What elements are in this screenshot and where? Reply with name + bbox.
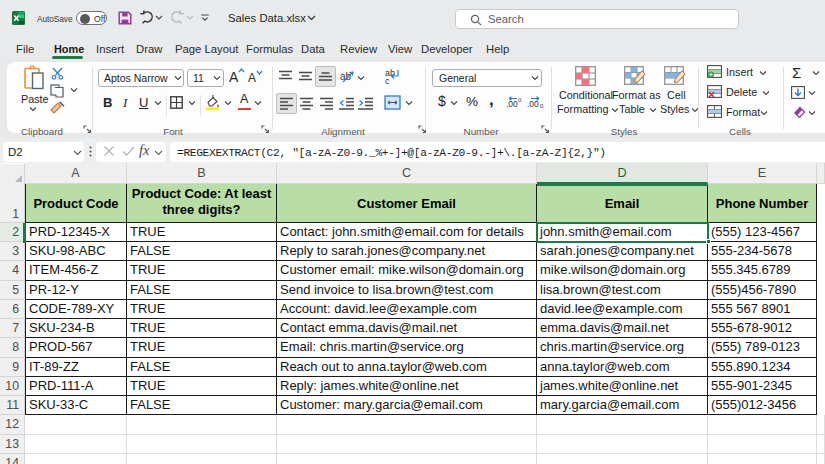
svg-text:0: 0 xyxy=(518,97,522,103)
svg-text:c: c xyxy=(385,76,390,85)
svg-text:0: 0 xyxy=(540,103,544,109)
svg-text:.00: .00 xyxy=(527,99,539,109)
svg-text:.00: .00 xyxy=(506,99,518,109)
